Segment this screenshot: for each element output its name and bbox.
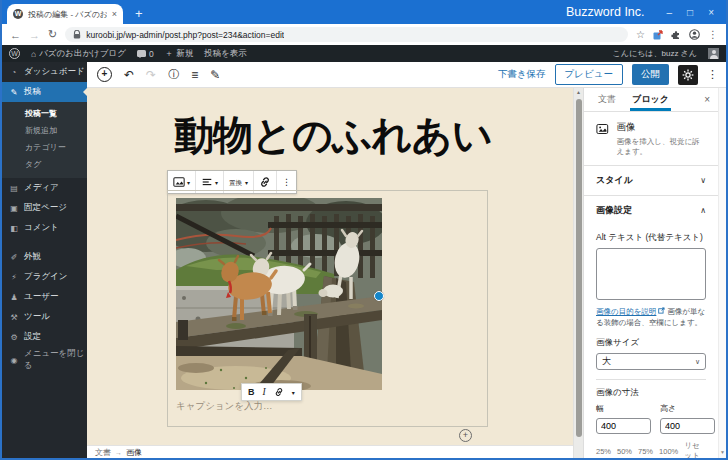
posts-submenu: 投稿一覧 新規追加 カテゴリー タグ [2, 102, 87, 178]
preset-100-button[interactable]: 100% [659, 447, 678, 456]
chevron-down-icon: ∨ [695, 358, 700, 366]
admin-bar-comments[interactable]: 0 [137, 49, 154, 59]
bookmark-star-icon[interactable]: ☆ [636, 29, 645, 40]
image-size-select[interactable]: 大 ∨ [596, 353, 706, 370]
image-size-label: 画像サイズ [596, 337, 706, 349]
sidebar-collapse-menu[interactable]: ◉ メニューを閉じる [2, 350, 87, 370]
link-icon[interactable] [274, 387, 284, 397]
undo-icon[interactable]: ↶ [124, 68, 134, 82]
plugins-icon: ⚡ [9, 273, 19, 282]
bold-button[interactable]: B [248, 387, 255, 397]
window-close-button[interactable]: × [708, 7, 714, 18]
editor-canvas[interactable]: 動物とのふれあい ▾ [87, 88, 573, 445]
alt-text-input[interactable] [596, 248, 706, 300]
panel-close-icon[interactable]: × [704, 94, 710, 105]
url-field[interactable]: kuroobi.jp/wp-admin/post.php?post=234&ac… [65, 27, 628, 42]
info-icon[interactable]: ⓘ [168, 67, 179, 82]
edit-pencil-icon[interactable]: ✎ [210, 68, 220, 82]
tab-document[interactable]: 文書 [596, 88, 618, 111]
width-input[interactable] [596, 418, 651, 434]
new-label: 新規 [176, 48, 193, 60]
admin-bar-new[interactable]: ＋ 新規 [165, 48, 194, 60]
chevron-down-icon: ▾ [245, 179, 248, 186]
window-title: Buzzword Inc. [566, 5, 645, 19]
editor-more-menu-icon[interactable]: ⋮ [707, 68, 718, 81]
caption-placeholder[interactable]: キャプションを入力… [176, 400, 273, 413]
maximize-button[interactable]: □ [687, 7, 693, 18]
panel-scrollbar[interactable]: ▼ [718, 88, 726, 458]
block-inserter-button[interactable]: + [97, 67, 112, 82]
sidebar-item-dashboard[interactable]: ◔ ダッシュボード [2, 62, 87, 82]
settings-gear-button[interactable] [678, 65, 698, 85]
chevron-down-icon: ∨ [700, 176, 706, 185]
redo-icon[interactable]: ↷ [146, 68, 156, 82]
browser-addressbar: ← → ↻ kuroobi.jp/wp-admin/post.php?post=… [2, 24, 726, 45]
canvas-scrollbar-thumb[interactable] [576, 99, 582, 437]
tab-close-icon[interactable]: × [112, 9, 117, 19]
new-tab-button[interactable]: + [135, 6, 143, 21]
submenu-item-add-new[interactable]: 新規追加 [2, 122, 87, 139]
preview-button[interactable]: プレビュー [555, 64, 623, 85]
list-view-icon[interactable]: ≡ [191, 68, 198, 82]
height-input[interactable] [660, 418, 715, 434]
back-icon[interactable]: ← [10, 29, 21, 41]
image-resize-handle[interactable] [374, 291, 384, 301]
admin-bar-site-link[interactable]: ⌂ バズのお出かけブログ [31, 48, 126, 60]
sidebar-item-media[interactable]: ▤ メディア [2, 178, 87, 198]
width-label: 幅 [596, 403, 651, 414]
comment-count: 0 [149, 49, 154, 59]
extensions-puzzle-icon[interactable] [671, 30, 681, 40]
lock-icon [73, 30, 81, 39]
sidebar-item-plugins[interactable]: ⚡ プラグイン [2, 267, 87, 287]
comments-bubble-icon [137, 50, 146, 57]
reset-button[interactable]: リセット [684, 441, 706, 460]
describe-image-link[interactable]: 画像の目的を説明 [596, 307, 656, 316]
sidebar-item-settings[interactable]: ⚙ 設定 [2, 327, 87, 347]
sidebar-item-users[interactable]: ♟ ユーザー [2, 287, 87, 307]
forward-icon[interactable]: → [29, 29, 40, 41]
align-icon [201, 176, 213, 188]
sidebar-item-comments[interactable]: ◧ コメント [2, 218, 87, 238]
wp-admin-bar: W ⌂ バズのお出かけブログ 0 ＋ 新規 投稿を表示 こんにちは、buzz さ… [2, 45, 726, 62]
profile-icon[interactable] [689, 29, 700, 40]
sidebar-item-tools[interactable]: ⚒ ツール [2, 307, 87, 327]
save-draft-button[interactable]: 下書き保存 [498, 68, 546, 81]
canvas-scrollbar[interactable]: ▲ [573, 88, 583, 458]
tab-block[interactable]: ブロック [630, 88, 671, 111]
submenu-item-tags[interactable]: タグ [2, 156, 87, 173]
submenu-item-all-posts[interactable]: 投稿一覧 [2, 105, 87, 122]
italic-button[interactable]: I [263, 387, 266, 397]
block-card-title: 画像 [617, 121, 706, 134]
preset-50-button[interactable]: 50% [617, 447, 632, 456]
preset-25-button[interactable]: 25% [596, 447, 611, 456]
more-formats-chevron-icon[interactable]: ▾ [292, 389, 295, 396]
image-dimensions-label: 画像の寸法 [596, 387, 706, 399]
styles-section-toggle[interactable]: スタイル ∨ [584, 166, 718, 196]
scroll-down-arrow-icon[interactable]: ▼ [719, 449, 726, 455]
goat-photo[interactable] [176, 198, 382, 390]
add-block-button[interactable]: + [459, 429, 472, 442]
browser-tab[interactable]: W 投稿の編集 - バズのお出かけブログ × [7, 4, 123, 24]
submenu-item-categories[interactable]: カテゴリー [2, 139, 87, 156]
scroll-up-arrow-icon[interactable]: ▲ [574, 89, 583, 95]
post-title[interactable]: 動物とのふれあい [174, 108, 492, 163]
preset-75-button[interactable]: 75% [638, 447, 653, 456]
greeting-text[interactable]: こんにちは、buzz さん [613, 48, 697, 59]
tools-icon: ⚒ [9, 313, 19, 322]
sidebar-item-appearance[interactable]: ✐ 外観 [2, 247, 87, 267]
plus-icon: ＋ [165, 48, 174, 60]
minimize-button[interactable]: – [667, 7, 673, 18]
breadcrumb-document[interactable]: 文書 [95, 447, 111, 458]
sidebar-item-posts[interactable]: ✎ 投稿 [2, 82, 87, 102]
user-avatar[interactable] [708, 48, 719, 59]
height-label: 高さ [660, 403, 715, 414]
image-settings-section-toggle[interactable]: 画像設定 ∧ [584, 196, 718, 225]
publish-button[interactable]: 公開 [632, 64, 669, 85]
browser-menu-icon[interactable]: ⋮ [708, 29, 718, 40]
wordpress-logo-icon[interactable]: W [9, 48, 20, 59]
breadcrumb-image-block[interactable]: 画像 [126, 447, 142, 458]
reload-icon[interactable]: ↻ [48, 28, 57, 41]
extension-icon[interactable] [653, 30, 663, 40]
view-post-link[interactable]: 投稿を表示 [204, 48, 247, 60]
sidebar-item-pages[interactable]: ▣ 固定ページ [2, 198, 87, 218]
